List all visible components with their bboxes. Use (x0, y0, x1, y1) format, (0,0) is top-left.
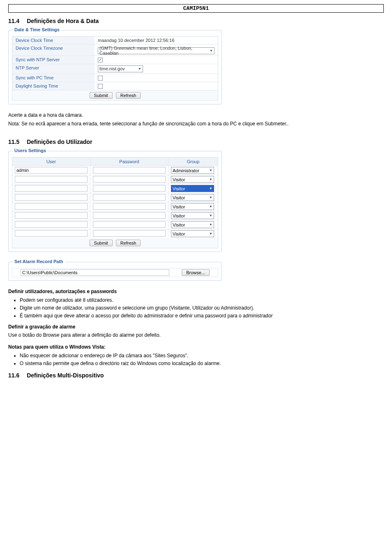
group-select[interactable]: Visitor▼ (171, 212, 214, 219)
alarm-path-input[interactable] (21, 269, 169, 276)
section-number: 11.4 (8, 18, 19, 24)
section-number: 11.6 (8, 372, 19, 379)
chevron-down-icon: ▼ (209, 169, 212, 172)
group-select[interactable]: Visitor▼ (171, 185, 214, 192)
alarm-record-path-panel: Set Alarm Record Path Browse... (8, 262, 222, 281)
group-value: Visitor (173, 186, 185, 191)
user-input[interactable] (15, 203, 88, 210)
password-input[interactable] (93, 230, 166, 237)
section-11-5-heading: 11.5 Definições do Utilizador (8, 139, 384, 145)
refresh-button[interactable]: Refresh (116, 240, 141, 246)
timezone-value: (GMT) Greenwich mean time; London, Lisbo… (99, 46, 207, 56)
user-input[interactable] (15, 230, 88, 237)
group-select[interactable]: Visitor▼ (171, 230, 214, 237)
row-label: Sync with PC Time (12, 74, 95, 82)
bullet-list: Podem ser configurados até 8 utilizadore… (8, 297, 384, 319)
panel-legend: Set Alarm Record Path (13, 259, 65, 264)
sync-ntp-checkbox[interactable] (98, 58, 103, 62)
password-input[interactable] (93, 167, 166, 173)
group-value: Visitor (173, 222, 185, 227)
body-text: Use o botão do Browse para alterar a def… (8, 332, 384, 339)
password-input[interactable] (93, 185, 166, 192)
timezone-select[interactable]: (GMT) Greenwich mean time; London, Lisbo… (98, 47, 214, 54)
group-select[interactable]: Administrator▼ (171, 167, 214, 174)
password-input[interactable] (93, 194, 166, 201)
list-item: Digite um nome de utilizador, uma passwo… (20, 305, 384, 312)
table-row: Visitor▼ (12, 193, 218, 202)
table-row: Visitor▼ (12, 229, 218, 238)
table-row: Visitor▼ (12, 220, 218, 229)
th-user: User (12, 157, 90, 166)
device-clock-time-value: maandag 10 december 2012 12:56:16 (95, 37, 218, 44)
password-input[interactable] (93, 221, 166, 228)
chevron-down-icon: ▼ (209, 178, 212, 181)
list-item: Podem ser configurados até 8 utilizadore… (20, 297, 384, 304)
list-item: Não esquecer de adicionar o endereço de … (20, 352, 384, 359)
subheading: Definir utilizadores, autorizações e pas… (8, 288, 384, 295)
table-row: Visitor▼ (12, 184, 218, 193)
section-title: Definições do Utilizador (27, 139, 92, 145)
browse-button[interactable]: Browse... (182, 269, 210, 276)
ntp-server-select[interactable]: time.nist.gov ▼ (98, 65, 143, 72)
submit-button[interactable]: Submit (90, 240, 113, 246)
user-input[interactable] (15, 167, 88, 173)
th-group: Group (168, 157, 218, 166)
subheading: Definir a gravação de alarme (8, 324, 384, 331)
user-input[interactable] (15, 176, 88, 183)
group-value: Administrator (173, 168, 199, 173)
group-select[interactable]: Visitor▼ (171, 176, 214, 183)
group-select[interactable]: Visitor▼ (171, 203, 214, 210)
user-input[interactable] (15, 185, 88, 192)
subheading: Notas para quem utiliza o Windows Vista: (8, 344, 384, 351)
panel-legend: Date & Time Settings (13, 27, 61, 32)
section-number: 11.5 (8, 139, 19, 145)
sync-pc-checkbox[interactable] (98, 76, 103, 81)
group-value: Visitor (173, 231, 185, 236)
list-item: O sistema não permite que defina o direc… (20, 360, 384, 367)
group-value: Visitor (173, 213, 185, 218)
group-select[interactable]: Visitor▼ (171, 194, 214, 201)
submit-button[interactable]: Submit (90, 92, 113, 99)
row-label: NTP Server (12, 64, 95, 74)
chevron-down-icon: ▼ (138, 67, 141, 71)
chevron-down-icon: ▼ (209, 232, 212, 236)
table-row: Visitor▼ (12, 175, 218, 184)
list-item: É também aqui que deve alterar o acesso … (20, 312, 384, 319)
section-title: Definições de Hora & Data (27, 18, 99, 24)
password-input[interactable] (93, 203, 166, 210)
dst-checkbox[interactable] (98, 84, 103, 89)
section-11-4-heading: 11.4 Definições de Hora & Data (8, 18, 384, 24)
document-header: CAMIP5N1 (8, 4, 384, 13)
header-title: CAMIP5N1 (183, 5, 209, 12)
row-label: Sync with NTP Server (12, 56, 95, 64)
table-row: Administrator▼ (12, 166, 218, 175)
group-value: Visitor (173, 177, 185, 182)
user-input[interactable] (15, 221, 88, 228)
date-time-settings-panel: Date & Time Settings Device Clock Time m… (8, 30, 222, 104)
body-text: Acerte a data e a hora da câmara. (8, 112, 384, 119)
chevron-down-icon: ▼ (209, 214, 212, 217)
group-value: Visitor (173, 204, 185, 209)
ntp-server-value: time.nist.gov (99, 66, 125, 71)
group-select[interactable]: Visitor▼ (171, 221, 214, 228)
refresh-button[interactable]: Refresh (116, 92, 141, 99)
chevron-down-icon: ▼ (209, 196, 212, 199)
row-label: Daylight Saving Time (12, 82, 95, 90)
chevron-down-icon: ▼ (209, 187, 212, 190)
password-input[interactable] (93, 176, 166, 183)
panel-legend: Users Settings (13, 148, 48, 153)
body-text: Nota: Se no ecrã aparecer a hora errada,… (8, 120, 384, 127)
chevron-down-icon: ▼ (209, 223, 212, 227)
section-11-6-heading: 11.6 Definições Multi-Dispositivo (8, 372, 384, 379)
row-label: Device Clock Timezone (12, 44, 95, 56)
th-password: Password (90, 157, 168, 166)
user-input[interactable] (15, 194, 88, 201)
bullet-list: Não esquecer de adicionar o endereço de … (8, 352, 384, 367)
table-row: Visitor▼ (12, 202, 218, 211)
password-input[interactable] (93, 212, 166, 219)
section-title: Definições Multi-Dispositivo (27, 372, 104, 379)
users-settings-panel: Users Settings User Password Group Admin… (8, 151, 222, 252)
user-input[interactable] (15, 212, 88, 219)
chevron-down-icon: ▼ (209, 205, 212, 208)
table-row: Visitor▼ (12, 211, 218, 220)
